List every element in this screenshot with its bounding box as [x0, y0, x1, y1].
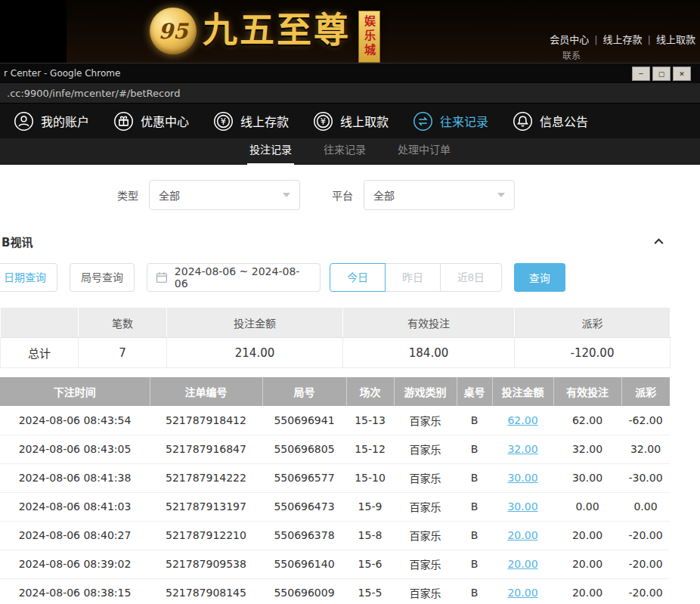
- minimize-button[interactable]: ─: [632, 67, 650, 81]
- valid-bet: 0.00: [553, 492, 621, 521]
- round-query-button[interactable]: 局号查询: [70, 263, 135, 292]
- logo-coin-text: 95: [159, 19, 188, 44]
- nav-item-announcements[interactable]: 信息公告: [500, 104, 600, 138]
- url-text[interactable]: .cc:9900/infe/mcenter/#/betRecord: [7, 88, 180, 99]
- maximize-button[interactable]: ▢: [652, 67, 671, 81]
- session: 15-6: [346, 550, 394, 578]
- summary-header-valid: 有效投注: [343, 308, 515, 338]
- logo-coin-icon: 95: [150, 8, 197, 54]
- order-id: 521787913197: [150, 492, 262, 521]
- payout: -20.00: [621, 550, 670, 578]
- table-no: B: [457, 578, 492, 604]
- nav-item-label: 信息公告: [540, 112, 588, 130]
- nav-item-my-account[interactable]: 我的账户: [2, 104, 101, 138]
- type-select[interactable]: 全部: [149, 180, 300, 210]
- payout: -30.00: [621, 463, 670, 492]
- table-row: 2024-08-06 08:43:05 521787916847 5506968…: [0, 435, 670, 463]
- table-no: B: [457, 406, 492, 435]
- table-row: 2024-08-06 08:39:02 521787909538 5506961…: [0, 550, 670, 578]
- round-id: 550696577: [262, 463, 346, 492]
- window-controls: ─ ▢ ✕: [632, 67, 691, 81]
- table-row: 2024-08-06 08:40:27 521787912210 5506963…: [0, 521, 670, 550]
- valid-bet: 32.00: [553, 435, 621, 463]
- chevron-down-icon: [497, 193, 505, 197]
- header-link-withdraw[interactable]: 线上取款: [656, 34, 695, 45]
- valid-bet: 20.00: [553, 550, 621, 578]
- date-range-value: 2024-08-06 ~ 2024-08-06: [175, 265, 311, 290]
- order-id: 521787912210: [150, 521, 262, 550]
- table-row: 2024-08-06 08:43:54 521787918412 5506969…: [0, 406, 670, 435]
- collapse-section-button[interactable]: [652, 235, 665, 248]
- platform-select-value: 全部: [373, 187, 395, 203]
- tab-transaction-records[interactable]: 往来记录: [321, 138, 368, 165]
- logo-text: 九五至尊: [203, 2, 351, 57]
- col-round-id: 局号: [262, 377, 346, 406]
- payout: -20.00: [621, 578, 670, 604]
- header-link-member-center[interactable]: 会员中心: [550, 34, 589, 45]
- nav-item-label: 优惠中心: [141, 112, 189, 130]
- order-id: 521787909538: [150, 550, 262, 578]
- bet-amount-link[interactable]: 20.00: [507, 558, 537, 570]
- order-id: 521787914222: [150, 463, 262, 492]
- bet-time: 2024-08-06 08:38:15: [0, 578, 150, 604]
- bet-amount-link[interactable]: 20.00: [507, 529, 537, 541]
- valid-bet: 20.00: [553, 521, 621, 550]
- summary-header-blank: [1, 308, 79, 338]
- bet-time: 2024-08-06 08:43:05: [0, 435, 150, 463]
- last-8-days-button[interactable]: 近8日: [440, 263, 502, 292]
- valid-bet: 62.00: [553, 406, 621, 435]
- header-links: 会员中心|线上存款|线上取款: [550, 32, 695, 46]
- close-button[interactable]: ✕: [673, 67, 691, 81]
- search-button[interactable]: 查询: [514, 263, 565, 292]
- session: 15-12: [346, 435, 394, 463]
- valid-bet: 30.00: [553, 463, 621, 492]
- summary-total-row: 总计 7 214.00 184.00 -120.00: [1, 338, 671, 368]
- table-no: B: [457, 521, 492, 550]
- col-order-id: 注单编号: [150, 377, 262, 406]
- round-id: 550696009: [262, 578, 346, 604]
- summary-bet-value: 214.00: [167, 338, 343, 368]
- nav-item-promotions[interactable]: 优惠中心: [101, 104, 201, 138]
- bet-amount-link[interactable]: 30.00: [507, 472, 537, 484]
- tab-pending-orders[interactable]: 处理中订单: [395, 138, 453, 165]
- date-range-input[interactable]: 2024-08-06 ~ 2024-08-06: [147, 263, 321, 292]
- bet-records-table: 下注时间 注单编号 局号 场次 游戏类别 桌号 投注金额 有效投注 派彩 202…: [0, 377, 670, 604]
- records-header-row: 下注时间 注单编号 局号 场次 游戏类别 桌号 投注金额 有效投注 派彩: [0, 377, 670, 406]
- bet-time: 2024-08-06 08:41:03: [0, 492, 150, 521]
- nav-item-deposit[interactable]: ¥ 线上存款: [201, 104, 301, 138]
- link-separator: |: [648, 34, 651, 45]
- game-type: 百家乐: [394, 463, 457, 492]
- payout: 0.00: [621, 492, 670, 521]
- table-row: 2024-08-06 08:41:38 521787914222 5506965…: [0, 463, 670, 492]
- col-table-no: 桌号: [457, 377, 492, 406]
- valid-bet: 20.00: [553, 578, 621, 604]
- bet-amount-link[interactable]: 62.00: [507, 414, 537, 426]
- bet-time: 2024-08-06 08:41:38: [0, 463, 150, 492]
- game-type: 百家乐: [394, 406, 457, 435]
- type-filter-group: 类型 全部: [117, 180, 300, 210]
- col-payout: 派彩: [621, 377, 670, 406]
- col-game-type: 游戏类别: [394, 377, 457, 406]
- today-button[interactable]: 今日: [330, 263, 386, 292]
- bet-amount-link[interactable]: 32.00: [507, 443, 537, 455]
- deposit-coin-icon: ¥: [213, 111, 234, 132]
- date-query-button[interactable]: 日期查询: [0, 263, 57, 292]
- table-no: B: [457, 550, 492, 578]
- platform-select[interactable]: 全部: [364, 180, 515, 210]
- site-header: 95 九五至尊 娱乐城 会员中心|线上存款|线上取款 联系: [0, 0, 700, 63]
- bet-amount-link[interactable]: 20.00: [507, 587, 537, 599]
- round-id: 550696941: [262, 406, 346, 435]
- nav-item-records[interactable]: 往来记录: [401, 104, 500, 138]
- browser-address-bar[interactable]: .cc:9900/infe/mcenter/#/betRecord: [0, 83, 700, 104]
- platform-filter-label: 平台: [332, 187, 353, 203]
- table-row: 2024-08-06 08:41:03 521787913197 5506964…: [0, 492, 670, 521]
- calendar-icon: [156, 271, 168, 283]
- tab-bet-records[interactable]: 投注记录: [247, 138, 294, 165]
- nav-item-label: 往来记录: [440, 112, 488, 130]
- nav-item-withdraw[interactable]: ¥ 线上取款: [301, 104, 401, 138]
- header-link-deposit[interactable]: 线上存款: [603, 34, 643, 45]
- yesterday-button[interactable]: 昨日: [385, 263, 441, 292]
- bet-amount-link[interactable]: 30.00: [507, 500, 537, 513]
- session: 15-8: [346, 521, 394, 550]
- nav-item-label: 线上取款: [340, 112, 389, 130]
